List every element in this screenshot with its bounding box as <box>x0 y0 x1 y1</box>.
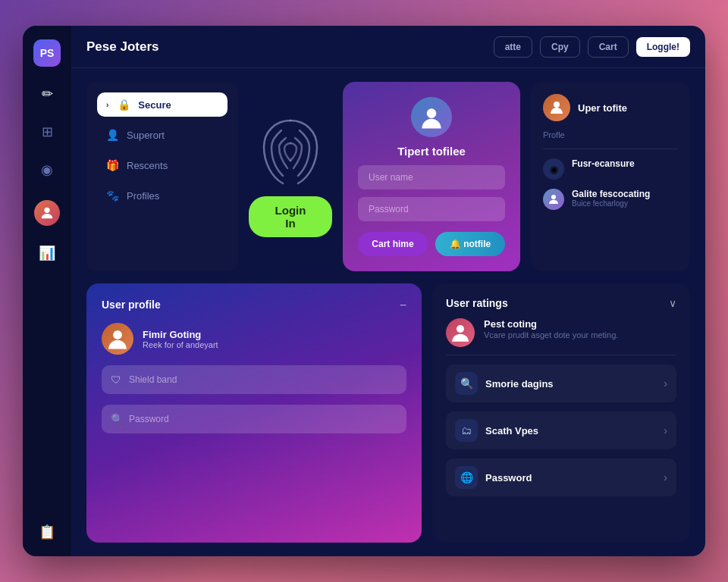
ratings-label-1: Smorie dagins <box>485 378 554 390</box>
ratings-item-left-2: 🗂 Scath Vpes <box>455 419 538 442</box>
top-row: › 🔒 Secure 👤 Superort 🎁 Rescents 🐾 <box>86 82 690 271</box>
content-area: › 🔒 Secure 👤 Superort 🎁 Rescents 🐾 <box>71 68 705 556</box>
svg-point-2 <box>554 102 560 108</box>
user-name-card: Fimir Goting <box>143 329 218 340</box>
ratings-panel: User ratings ∨ Pest coting Vcare prudit … <box>432 283 690 543</box>
svg-point-1 <box>427 108 437 118</box>
svg-point-0 <box>44 208 49 213</box>
sidebar-icon-chart[interactable]: 📊 <box>36 242 58 264</box>
chevron-right-icon-2: › <box>664 424 667 436</box>
menu-item-superort[interactable]: 👤 Superort <box>97 123 228 147</box>
sidebar-icon-doc[interactable]: 📋 <box>36 521 58 543</box>
header-btn-cart[interactable]: Cart <box>588 36 629 58</box>
card-header-row: User profile − <box>102 299 406 312</box>
globe-icon: 🌐 <box>455 466 478 489</box>
chevron-right-icon-1: › <box>664 377 667 390</box>
rp-item-avatar <box>543 189 564 210</box>
ratings-title: User ratings <box>446 297 508 309</box>
search-icon: 🔍 <box>111 413 124 425</box>
rp-label-1: Fusr-ecansure <box>572 158 635 169</box>
menu-item-profiles[interactable]: 🐾 Profiles <box>97 183 228 208</box>
collapse-icon[interactable]: − <box>400 299 406 312</box>
user-info-text: Fimir Goting Reek for of andeyart <box>143 329 218 349</box>
ratings-collapse-icon[interactable]: ∨ <box>669 297 676 309</box>
rp-item-2: Galite fescocating Buice fecharlogy <box>543 189 678 210</box>
ratings-label-2: Scath Vpes <box>485 425 538 436</box>
menu-item-label: Superort <box>127 130 165 141</box>
header-btn-loggle[interactable]: Loggle! <box>636 37 690 57</box>
ratings-label-3: Password <box>485 472 532 483</box>
profile-password-input[interactable] <box>358 197 505 221</box>
rp-sublabel-2: Buice fecharlogy <box>572 199 650 208</box>
header-btn-cpy[interactable]: Cpy <box>540 36 580 58</box>
person-icon: 👤 <box>106 129 119 141</box>
menu-item-label: Profiles <box>127 190 159 202</box>
right-panel-title: Uper tofite <box>578 102 627 114</box>
ratings-user-row: Pest coting Vcare prudit asget dote your… <box>446 318 676 355</box>
rp-item-text-1: Fusr-ecansure <box>572 158 635 169</box>
lock-icon: 🔒 <box>118 99 130 111</box>
svg-point-3 <box>551 195 556 199</box>
svg-point-5 <box>457 325 464 333</box>
user-avatar-card <box>102 323 133 355</box>
ratings-item-2[interactable]: 🗂 Scath Vpes › <box>446 411 676 449</box>
profile-name: Tipert tofilee <box>397 145 466 158</box>
user-profile-card: User profile − Fimir Goting Reek for of … <box>86 283 422 543</box>
menu-panel: › 🔒 Secure 👤 Superort 🎁 Rescents 🐾 <box>86 82 238 271</box>
menu-item-rescents[interactable]: 🎁 Rescents <box>97 153 228 177</box>
search-icon-1: 🔍 <box>455 372 478 395</box>
ratings-user-desc: Vcare prudit asget dote your meting. <box>484 330 618 341</box>
fingerprint-icon <box>260 117 321 189</box>
folder-icon: 🗂 <box>455 419 478 442</box>
chevron-right-icon-3: › <box>664 471 667 483</box>
user-role-card: Reek for of andeyart <box>143 340 218 349</box>
rp-icon-circle: ◉ <box>543 158 564 180</box>
ratings-item-1[interactable]: 🔍 Smorie dagins › <box>446 365 676 402</box>
app-window: PS ✏ ⊞ ◉ 📊 📋 Pese Joters atte Cpy Cart L… <box>23 26 705 556</box>
svg-point-4 <box>113 330 122 340</box>
ratings-user-info: Pest coting Vcare prudit asget dote your… <box>484 318 618 341</box>
rp-label-2: Galite fescocating <box>572 189 650 199</box>
menu-item-secure[interactable]: › 🔒 Secure <box>97 92 228 117</box>
card-button-row: Cart hime 🔔 notfile <box>358 232 505 256</box>
menu-item-label: Rescents <box>127 160 168 171</box>
chevron-icon: › <box>106 101 108 109</box>
ratings-item-3[interactable]: 🌐 Password › <box>446 458 676 496</box>
login-button[interactable]: Login In <box>249 196 332 237</box>
password-input[interactable] <box>102 405 406 433</box>
fingerprint-panel: Login In <box>249 82 332 271</box>
shield-field-wrapper: 🛡 <box>102 365 406 394</box>
panel-divider <box>543 149 678 149</box>
rp-item-text-2: Galite fescocating Buice fecharlogy <box>572 189 650 208</box>
main-content: Pese Joters atte Cpy Cart Loggle! › 🔒 Se… <box>71 26 705 556</box>
shield-icon: 🛡 <box>111 374 121 386</box>
user-profile-card-title: User profile <box>102 299 161 311</box>
header-btn-atte[interactable]: atte <box>494 36 532 58</box>
right-panel-subtitle: Profle <box>543 130 678 139</box>
shield-input[interactable] <box>102 365 406 394</box>
sidebar-icon-grid[interactable]: ⊞ <box>36 121 58 142</box>
ratings-header: User ratings ∨ <box>446 297 676 309</box>
ratings-item-left-1: 🔍 Smorie dagins <box>455 372 554 395</box>
right-panel-header: Uper tofite <box>543 94 678 121</box>
profile-avatar-center <box>411 97 452 137</box>
notfile-button[interactable]: 🔔 notfile <box>435 232 505 256</box>
bottom-row: User profile − Fimir Goting Reek for of … <box>86 283 690 543</box>
header: Pese Joters atte Cpy Cart Loggle! <box>71 26 705 68</box>
right-panel-avatar <box>543 94 570 121</box>
ratings-avatar <box>446 318 475 347</box>
ratings-item-left-3: 🌐 Password <box>455 466 532 489</box>
sidebar-avatar[interactable] <box>34 200 60 226</box>
user-info-row: Fimir Goting Reek for of andeyart <box>102 323 406 355</box>
app-logo: PS <box>33 39 61 67</box>
sidebar-icon-circle[interactable]: ◉ <box>36 159 58 180</box>
header-title: Pese Joters <box>86 39 486 55</box>
gift-icon: 🎁 <box>106 159 119 171</box>
profile-username-input[interactable] <box>358 165 505 189</box>
paw-icon: 🐾 <box>106 189 119 202</box>
rp-item-1: ◉ Fusr-ecansure <box>543 158 678 180</box>
notification-icon: 🔔 <box>450 239 461 249</box>
cart-hime-button[interactable]: Cart hime <box>358 232 428 256</box>
right-panel-title-group: Uper tofite <box>578 102 627 114</box>
sidebar-icon-edit[interactable]: ✏ <box>36 83 58 105</box>
